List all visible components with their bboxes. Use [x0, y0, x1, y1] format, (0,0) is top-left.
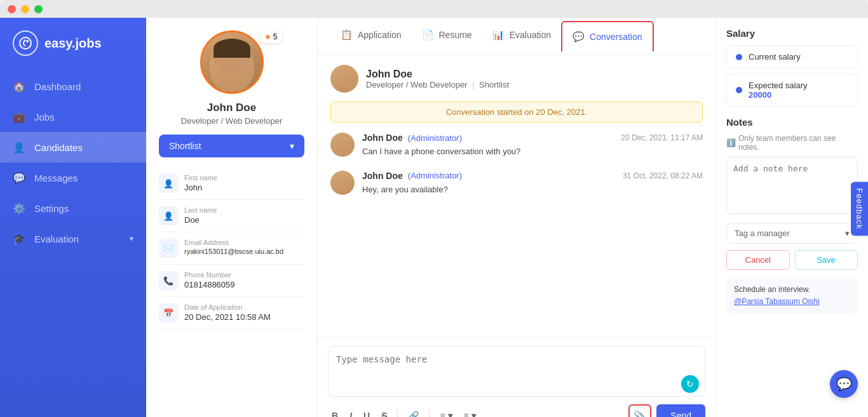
current-salary-label: Current salary: [749, 52, 801, 62]
refresh-icon[interactable]: ↻: [681, 375, 699, 393]
tabs-bar: 📋 Application 📄 Resume 📊 Evaluation 💬 Co…: [318, 18, 715, 55]
logo-icon: [13, 30, 38, 56]
application-tab-label: Application: [358, 30, 402, 40]
close-button[interactable]: [8, 5, 16, 13]
profile-avatar-area: ★ 5 John Doe Developer / Web Developer S…: [159, 30, 304, 168]
tab-evaluation[interactable]: 📊 Evaluation: [482, 18, 561, 54]
evaluation-tab-icon: 📊: [492, 29, 505, 41]
sidebar-item-dashboard[interactable]: 🏠 Dashboard: [0, 71, 146, 102]
conversation-tab-label: Conversation: [590, 32, 642, 42]
field-date: 📅 Date of Application 20 Dec, 2021 10:58…: [159, 297, 304, 329]
conv-candidate-info: John Doe Developer / Web Developer | Sho…: [366, 69, 509, 89]
conversation-started-notice: Conversation started on 20 Dec, 2021.: [330, 102, 703, 122]
tag-manager-dropdown[interactable]: Tag a manager ▾: [726, 223, 858, 244]
jobs-icon: 💼: [13, 110, 25, 123]
application-tab-icon: 📋: [341, 29, 353, 41]
expected-salary-label: Expected salary: [749, 81, 808, 90]
date-icon: 📅: [159, 303, 178, 322]
message-input-area: ↻ B I U S 🔗 ≡ ▾ ≡ ▾ 📎 Send: [318, 338, 715, 417]
tab-resume[interactable]: 📄 Resume: [412, 18, 482, 54]
phone-label: Phone Number: [184, 271, 235, 279]
message-content-1: John Doe (Administrator) 20 Dec, 2021, 1…: [362, 133, 703, 158]
logo-text: easy.jobs: [44, 36, 102, 51]
dashboard-icon: 🏠: [13, 80, 25, 93]
note-input[interactable]: [726, 157, 858, 214]
main-content: ★ 5 John Doe Developer / Web Developer S…: [146, 18, 868, 417]
sidebar-item-messages[interactable]: 💬 Messages: [0, 162, 146, 193]
message-avatar-1: [330, 133, 355, 157]
field-email: ✉️ Email Address ryakini153011@bscse.uiu…: [159, 232, 304, 265]
underline-button[interactable]: U: [360, 407, 374, 417]
expected-salary-value: 20000: [749, 90, 808, 100]
message-item-2: John Doe (Administrator) 31 Oct, 2022, 0…: [330, 171, 703, 196]
field-firstname: 👤 First name John: [159, 168, 304, 200]
resume-tab-label: Resume: [439, 30, 472, 40]
firstname-label: First name: [184, 174, 217, 182]
unordered-list-button[interactable]: ≡ ▾: [436, 407, 456, 417]
send-button[interactable]: Send: [656, 404, 705, 417]
save-button[interactable]: Save: [795, 250, 858, 270]
resume-tab-icon: 📄: [422, 29, 434, 41]
avatar-face: [202, 32, 262, 92]
feedback-tab[interactable]: Feedback: [851, 182, 868, 235]
conv-role-text: Developer / Web Developer: [366, 80, 467, 89]
evaluation-chevron: ▾: [130, 234, 133, 243]
message-time-2: 31 Oct, 2022, 08:22 AM: [623, 171, 703, 180]
conv-candidate-name: John Doe: [366, 69, 509, 80]
sidebar: easy.jobs 🏠 Dashboard 💼 Jobs 👤 Candidate…: [0, 18, 146, 417]
tab-conversation[interactable]: 💬 Conversation: [561, 21, 654, 51]
email-icon: ✉️: [159, 239, 178, 258]
tab-application[interactable]: 📋 Application: [330, 18, 412, 54]
shortlist-button[interactable]: Shortlist ▾: [159, 135, 304, 157]
star-badge: ★ 5: [259, 30, 283, 43]
message-input[interactable]: [328, 346, 705, 397]
expected-salary-info: Expected salary 20000: [749, 81, 808, 100]
current-salary-card: Current salary: [726, 45, 858, 69]
current-salary-dot: [736, 54, 742, 60]
conv-candidate-avatar: [330, 65, 358, 93]
sidebar-item-evaluation[interactable]: 🎓 Evaluation ▾: [0, 223, 146, 254]
date-value: 20 Dec, 2021 10:58 AM: [184, 312, 271, 322]
ordered-list-button[interactable]: ≡ ▾: [460, 407, 480, 417]
conversation-tab-icon: 💬: [573, 31, 585, 43]
tag-manager-chevron: ▾: [845, 228, 850, 238]
sidebar-item-candidates[interactable]: 👤 Candidates: [0, 132, 146, 162]
minimize-button[interactable]: [21, 5, 29, 13]
bold-button[interactable]: B: [328, 407, 342, 417]
message-content-2: John Doe (Administrator) 31 Oct, 2022, 0…: [362, 171, 703, 196]
profile-name: John Doe: [207, 102, 256, 114]
link-button[interactable]: 🔗: [404, 407, 423, 417]
cancel-button[interactable]: Cancel: [726, 250, 790, 270]
candidates-icon: 👤: [13, 141, 25, 154]
message-text-1: Can I have a phone conversation with you…: [362, 145, 703, 158]
tag-manager-label: Tag a manager: [735, 228, 790, 238]
field-phone: 📞 Phone Number 01814886059: [159, 265, 304, 297]
message-text-2: Hey, are you available?: [362, 183, 703, 196]
message-sender-2: John Doe: [362, 171, 403, 181]
firstname-icon: 👤: [159, 174, 178, 193]
schedule-card: Schedule an interview. @Parsia Tabassum …: [726, 277, 858, 314]
chat-fab[interactable]: 💬: [830, 370, 858, 398]
email-value: ryakini153011@bscse.uiu.ac.bd: [184, 248, 283, 255]
strikethrough-button[interactable]: S: [377, 407, 391, 417]
message-sender-1: John Doe: [362, 133, 403, 143]
schedule-link[interactable]: @Parsia Tabassum Oishi: [734, 297, 820, 306]
date-label: Date of Application: [184, 303, 271, 311]
sidebar-item-settings[interactable]: ⚙️ Settings: [0, 193, 146, 223]
firstname-value: John: [184, 183, 217, 192]
maximize-button[interactable]: [34, 5, 43, 13]
lastname-value: Doe: [184, 215, 217, 225]
field-lastname: 👤 Last name Doe: [159, 200, 304, 232]
conv-candidate-header: John Doe Developer / Web Developer | Sho…: [330, 65, 703, 102]
sidebar-item-jobs[interactable]: 💼 Jobs: [0, 102, 146, 132]
expected-salary-card: Expected salary 20000: [726, 74, 858, 107]
italic-button[interactable]: I: [346, 407, 356, 417]
message-role-1: (Administrator): [408, 133, 462, 143]
salary-title: Salary: [726, 28, 858, 39]
toolbar-separator-2: [429, 410, 430, 417]
schedule-text: Schedule an interview.: [734, 285, 810, 294]
profile-role: Developer / Web Developer: [181, 116, 282, 126]
messages-icon: 💬: [13, 171, 25, 184]
attach-button[interactable]: 📎: [628, 404, 651, 417]
shortlist-label: Shortlist: [169, 141, 201, 151]
